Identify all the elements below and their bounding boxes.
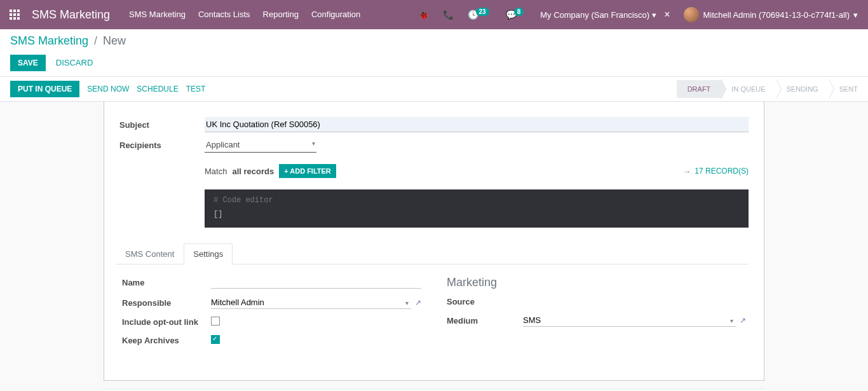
source-label: Source [447,297,523,306]
tabs: SMS Content Settings [116,243,749,264]
responsible-label: Responsible [122,298,211,308]
form-sheet: Subject Recipients Applicant ▾ Match all… [104,102,764,381]
tab-sms-content[interactable]: SMS Content [116,244,184,264]
arrow-right-icon: → [682,167,691,176]
apps-menu-icon[interactable] [0,0,29,29]
name-input[interactable] [211,276,421,289]
status-sent[interactable]: Sent [829,80,868,98]
put-in-queue-button[interactable]: Put in Queue [10,81,79,97]
nav-links: SMS Marketing Contacts Lists Reporting C… [123,0,367,29]
voip-icon[interactable]: 📞 [438,10,459,20]
form-statusbar: Put in Queue Send Now Schedule Test Draf… [0,77,868,102]
messages-badge: 8 [514,8,524,16]
optout-checkbox[interactable] [211,317,220,326]
archives-checkbox[interactable] [211,335,220,344]
code-comment: # Code editor [214,196,740,205]
debug-icon[interactable]: 🐞 [413,10,434,20]
marketing-section-title: Marketing [447,276,746,289]
archives-label: Keep Archives [122,336,211,345]
actions-row: Save Discard [10,54,858,76]
subject-label: Subject [119,120,205,130]
recipients-select[interactable]: Applicant ▾ [205,137,316,153]
status-draft[interactable]: Draft [677,80,721,98]
chevron-down-icon: ▾ [652,10,656,20]
optout-label: Include opt-out link [122,317,211,327]
medium-label: Medium [447,316,523,326]
save-button[interactable]: Save [10,55,46,71]
statusbar-steps: Draft In Queue Sending Sent [677,80,868,98]
nav-link-sms-marketing[interactable]: SMS Marketing [123,0,192,29]
test-button[interactable]: Test [186,85,206,93]
avatar [684,7,699,22]
breadcrumb-root[interactable]: SMS Marketing [10,34,88,47]
control-panel: SMS Marketing / New Save Discard [0,29,868,77]
user-menu[interactable]: Mitchell Admin (706941-13-0-c774f1-all) … [679,7,863,22]
external-link-icon[interactable]: ↗ [740,316,746,325]
status-in-queue[interactable]: In Queue [721,80,775,98]
company-name: My Company (San Francisco) [540,10,649,20]
messages-icon[interactable]: 💬8 [501,10,532,20]
code-editor[interactable]: # Code editor [] [205,189,749,228]
breadcrumb-current: New [103,34,126,47]
responsible-input[interactable] [211,296,411,309]
match-all-records: all records [232,167,274,176]
code-body: [] [214,210,222,219]
status-buttons: Put in Queue Send Now Schedule Test [10,77,205,101]
match-label: Match [205,167,227,176]
tab-settings-content: Name Responsible ▾ ↗ Include opt-out lin… [119,264,749,365]
add-filter-button[interactable]: + ADD FILTER [279,164,336,178]
records-link[interactable]: 17 RECORD(S) [695,167,749,175]
chatter: Send message Log note 🕓Schedule activity… [104,388,764,391]
nav-link-reporting[interactable]: Reporting [257,0,305,29]
company-switcher[interactable]: My Company (San Francisco) ▾ × [535,9,675,20]
activities-icon[interactable]: 🕓23 [463,10,497,20]
discard-button[interactable]: Discard [53,54,96,71]
activities-badge: 23 [476,8,489,16]
external-link-icon[interactable]: ↗ [415,298,421,307]
subject-input[interactable] [205,117,749,132]
nav-link-configuration[interactable]: Configuration [305,0,367,29]
name-label: Name [122,278,211,287]
send-now-button[interactable]: Send Now [87,85,129,93]
schedule-button[interactable]: Schedule [137,85,178,93]
recipients-label: Recipients [119,141,205,150]
chevron-down-icon: ▾ [730,317,733,324]
brand-title[interactable]: SMS Marketing [29,8,123,22]
user-name: Mitchell Admin (706941-13-0-c774f1-all) [703,10,850,20]
tab-settings[interactable]: Settings [184,244,233,264]
chevron-down-icon: ▾ [853,10,858,20]
recipients-value: Applicant [206,140,240,149]
status-sending[interactable]: Sending [776,80,829,98]
nav-right: 🐞 📞 🕓23 💬8 My Company (San Francisco) ▾ … [413,7,864,22]
chevron-down-icon: ▾ [405,299,409,306]
medium-input[interactable] [523,314,736,327]
breadcrumb: SMS Marketing / New [10,34,858,48]
close-icon[interactable]: × [664,9,670,20]
nav-link-contacts-lists[interactable]: Contacts Lists [192,0,257,29]
navbar: SMS Marketing SMS Marketing Contacts Lis… [0,0,868,29]
chevron-down-icon: ▾ [312,140,315,147]
